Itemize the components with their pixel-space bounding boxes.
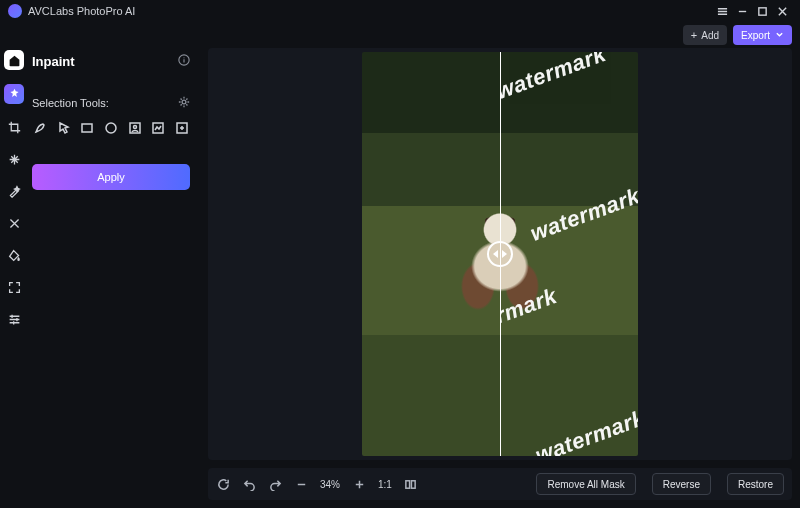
add-button-label: Add <box>701 30 719 41</box>
menu-icon[interactable] <box>712 1 732 21</box>
object-select-icon[interactable] <box>151 120 167 136</box>
portrait-select-icon[interactable] <box>127 120 143 136</box>
add-button[interactable]: + Add <box>683 25 727 45</box>
panel-header: Inpaint <box>32 50 190 72</box>
export-button[interactable]: Export <box>733 25 792 45</box>
ai-stars-icon[interactable] <box>4 84 24 104</box>
restore-button[interactable]: Restore <box>727 473 784 495</box>
svg-rect-10 <box>412 480 416 487</box>
plus-icon: + <box>691 30 697 41</box>
apply-button-label: Apply <box>97 171 125 183</box>
gear-icon[interactable] <box>178 94 190 112</box>
reset-icon[interactable] <box>216 477 230 491</box>
photo: watermark watermark watermark watermark <box>362 52 638 456</box>
zoom-out-icon[interactable] <box>294 477 308 491</box>
svg-point-2 <box>182 100 186 104</box>
selection-tools <box>32 120 190 136</box>
svg-rect-9 <box>406 480 410 487</box>
expand-tool-icon[interactable] <box>5 278 23 296</box>
maximize-button[interactable] <box>752 1 772 21</box>
watermark-text: watermark <box>532 405 638 456</box>
compare-toggle-icon[interactable] <box>404 477 418 491</box>
svg-point-4 <box>106 123 116 133</box>
watermark-text: watermark <box>493 52 610 105</box>
sliders-tool-icon[interactable] <box>5 310 23 328</box>
image-stage[interactable]: watermark watermark watermark watermark <box>208 48 792 460</box>
svg-rect-0 <box>758 7 765 14</box>
rect-select-icon[interactable] <box>79 120 95 136</box>
app-title: AVCLabs PhotoPro AI <box>28 5 135 17</box>
magic-wand-icon[interactable] <box>5 182 23 200</box>
ellipse-select-icon[interactable] <box>103 120 119 136</box>
crop-tool-icon[interactable] <box>5 118 23 136</box>
close-button[interactable] <box>772 1 792 21</box>
reverse-button[interactable]: Reverse <box>652 473 711 495</box>
brush-select-icon[interactable] <box>32 120 48 136</box>
sparkle-tool-icon[interactable] <box>5 150 23 168</box>
zoom-in-icon[interactable] <box>352 477 366 491</box>
app-logo <box>8 4 22 18</box>
info-icon[interactable] <box>178 52 190 70</box>
zoom-value: 34% <box>320 479 340 490</box>
selection-tools-label: Selection Tools: <box>32 97 109 109</box>
canvas-area: watermark watermark watermark watermark … <box>200 48 800 508</box>
redo-icon[interactable] <box>268 477 282 491</box>
selection-tools-row: Selection Tools: <box>32 94 190 112</box>
svg-rect-3 <box>82 124 92 132</box>
remove-all-mask-button[interactable]: Remove All Mask <box>536 473 635 495</box>
compare-slider-handle[interactable] <box>487 241 513 267</box>
top-actions: + Add Export <box>0 22 800 48</box>
panel-title: Inpaint <box>32 54 75 69</box>
minimize-button[interactable] <box>732 1 752 21</box>
chevron-down-icon <box>775 30 784 41</box>
undo-icon[interactable] <box>242 477 256 491</box>
titlebar: AVCLabs PhotoPro AI <box>0 0 800 22</box>
pointer-select-icon[interactable] <box>56 120 72 136</box>
watermark-text: watermark <box>527 183 638 247</box>
bottom-bar: 34% 1:1 Remove All Mask Reverse Restore <box>208 468 792 500</box>
adjust-tool-icon[interactable] <box>5 214 23 232</box>
tool-rail <box>0 48 28 508</box>
export-button-label: Export <box>741 30 770 41</box>
side-panel: Inpaint Selection Tools: Apply <box>28 48 200 508</box>
svg-point-6 <box>133 126 136 129</box>
ratio-button[interactable]: 1:1 <box>378 479 392 490</box>
add-select-icon[interactable] <box>174 120 190 136</box>
main: Inpaint Selection Tools: Apply <box>0 48 800 508</box>
home-icon[interactable] <box>4 50 24 70</box>
paint-bucket-icon[interactable] <box>5 246 23 264</box>
apply-button[interactable]: Apply <box>32 164 190 190</box>
